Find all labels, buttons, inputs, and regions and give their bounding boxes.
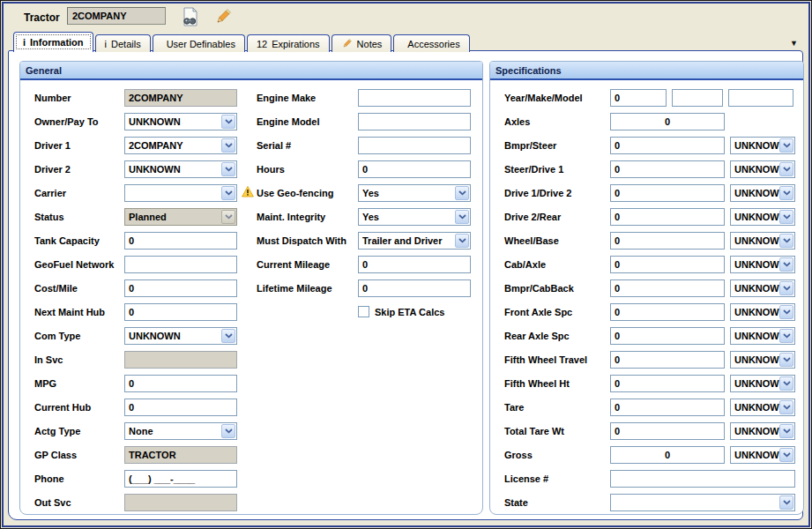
select-steer-drive-1[interactable]: UNKNOW	[730, 160, 795, 178]
dropdown-button[interactable]	[779, 257, 793, 272]
select-owner-pay-to[interactable]: UNKNOWN	[124, 113, 237, 130]
select-drive-1-drive-2[interactable]: UNKNOW	[730, 184, 795, 202]
dropdown-button[interactable]	[779, 400, 793, 414]
select-cab-axle[interactable]: UNKNOW	[730, 256, 795, 273]
tab-overflow-button[interactable]: ▼	[790, 39, 798, 48]
input-axles[interactable]: 0	[610, 113, 725, 130]
select-total-tare-wt[interactable]: UNKNOW	[730, 422, 795, 440]
select-drive-2-rear[interactable]: UNKNOW	[730, 208, 795, 226]
select-must-dispatch-with[interactable]: Trailer and Driver	[358, 232, 471, 250]
input-tank-capacity[interactable]: 0	[124, 232, 237, 250]
input-mpg[interactable]: 0	[124, 375, 237, 392]
select-fifth-wheel-ht[interactable]: UNKNOW	[730, 375, 795, 392]
select-tare[interactable]: UNKNOW	[730, 399, 795, 416]
select-wheel-base[interactable]: UNKNOW	[730, 232, 795, 250]
dropdown-button[interactable]	[779, 210, 793, 224]
specifications-column: Year/Make/Model0Axles0Bmpr/Steer0UNKNOWS…	[504, 86, 798, 514]
tab-accessories[interactable]: Accessories	[393, 34, 469, 52]
tab-notes[interactable]: Notes	[332, 34, 392, 52]
select-gross[interactable]: UNKNOW	[730, 446, 795, 464]
select-bmpr-steer[interactable]: UNKNOW	[730, 137, 795, 154]
tab-information[interactable]: iInformation	[13, 32, 93, 52]
tab-label: User Definables	[167, 39, 235, 49]
dropdown-button[interactable]	[779, 495, 793, 510]
dropdown-button[interactable]	[221, 329, 235, 343]
input-gross[interactable]: 0	[610, 446, 725, 464]
find-button[interactable]	[179, 5, 202, 28]
select-value: UNKNOW	[734, 212, 779, 222]
input-drive-2-rear[interactable]: 0	[610, 208, 725, 226]
select-maint-integrity[interactable]: Yes	[358, 208, 471, 226]
dropdown-button[interactable]	[221, 138, 235, 153]
dropdown-button[interactable]	[779, 162, 793, 176]
field-label: Carrier	[34, 188, 124, 198]
input-tare[interactable]: 0	[610, 399, 725, 416]
input-hours[interactable]: 0	[358, 160, 471, 178]
dropdown-button[interactable]	[779, 281, 793, 295]
skip-eta-calcs-checkbox[interactable]	[358, 306, 369, 317]
input-serial[interactable]	[358, 137, 471, 154]
edit-button[interactable]	[212, 5, 235, 28]
select-front-axle-spc[interactable]: UNKNOW	[730, 303, 795, 321]
input-bmpr-steer[interactable]: 0	[610, 137, 725, 154]
dropdown-button[interactable]	[779, 305, 793, 319]
dropdown-button[interactable]	[779, 424, 793, 438]
input-fifth-wheel-ht[interactable]: 0	[610, 375, 725, 392]
input-current-hub[interactable]: 0	[124, 399, 237, 416]
dropdown-button[interactable]	[221, 115, 235, 129]
input-phone[interactable]: (___) ___-____	[124, 470, 237, 488]
dropdown-button[interactable]	[221, 424, 235, 438]
dropdown-button[interactable]	[779, 376, 793, 391]
select-bmpr-cabback[interactable]: UNKNOW	[730, 279, 795, 297]
dropdown-button[interactable]	[455, 234, 469, 248]
dropdown-button[interactable]	[221, 186, 235, 200]
select-use-geo-fencing[interactable]: Yes	[358, 184, 471, 202]
input-engine-model[interactable]	[358, 113, 471, 130]
select-actg-type[interactable]: None	[124, 422, 237, 440]
select-rear-axle-spc[interactable]: UNKNOW	[730, 327, 795, 345]
input-bmpr-cabback[interactable]: 0	[610, 279, 725, 297]
input-lifetime-mileage[interactable]: 0	[358, 279, 471, 297]
form-row: GP ClassTRACTOR	[34, 443, 254, 466]
dropdown-button[interactable]	[455, 210, 469, 224]
input-engine-make[interactable]	[358, 89, 471, 107]
input-total-tare-wt[interactable]: 0	[610, 422, 725, 440]
tab-expirations[interactable]: 12Expirations	[247, 34, 330, 52]
dropdown-button[interactable]	[779, 138, 793, 153]
input-next-maint-hub[interactable]: 0	[124, 303, 237, 321]
input-front-axle-spc[interactable]: 0	[610, 303, 725, 321]
input-year-make-model-3[interactable]	[728, 89, 793, 107]
dropdown-button[interactable]	[221, 162, 235, 176]
record-id-field[interactable]: 2COMPANY	[67, 7, 166, 25]
select-value: Yes	[362, 212, 379, 222]
input-fifth-wheel-travel[interactable]: 0	[610, 351, 725, 369]
input-cab-axle[interactable]: 0	[610, 256, 725, 273]
input-steer-drive-1[interactable]: 0	[610, 160, 725, 178]
input-cost-mile[interactable]: 0	[124, 279, 237, 297]
select-driver-1[interactable]: 2COMPANY	[124, 137, 237, 154]
input-wheel-base[interactable]: 0	[610, 232, 725, 250]
select-fifth-wheel-travel[interactable]: UNKNOW	[730, 351, 795, 369]
select-com-type[interactable]: UNKNOWN	[124, 327, 237, 345]
select-driver-2[interactable]: UNKNOWN	[124, 160, 237, 178]
dropdown-button[interactable]	[779, 448, 793, 462]
form-row: Current Hub0	[34, 395, 254, 419]
dropdown-button[interactable]	[779, 234, 793, 248]
select-status[interactable]: Planned	[124, 208, 237, 226]
dropdown-button[interactable]	[221, 210, 235, 224]
input-drive-1-drive-2[interactable]: 0	[610, 184, 725, 202]
tab-user-definables[interactable]: User Definables	[153, 34, 245, 52]
input-license[interactable]	[610, 470, 795, 488]
select-state[interactable]	[610, 494, 795, 511]
select-carrier[interactable]	[124, 184, 237, 202]
input-year-make-model-2[interactable]	[672, 89, 723, 107]
dropdown-button[interactable]	[779, 186, 793, 200]
input-year-make-model-1[interactable]: 0	[610, 89, 667, 107]
input-geofuel-network[interactable]	[124, 256, 237, 273]
tab-details[interactable]: iDetails	[95, 34, 151, 52]
dropdown-button[interactable]	[779, 329, 793, 343]
input-rear-axle-spc[interactable]: 0	[610, 327, 725, 345]
dropdown-button[interactable]	[455, 186, 469, 200]
dropdown-button[interactable]	[779, 353, 793, 367]
input-current-mileage[interactable]: 0	[358, 256, 471, 273]
